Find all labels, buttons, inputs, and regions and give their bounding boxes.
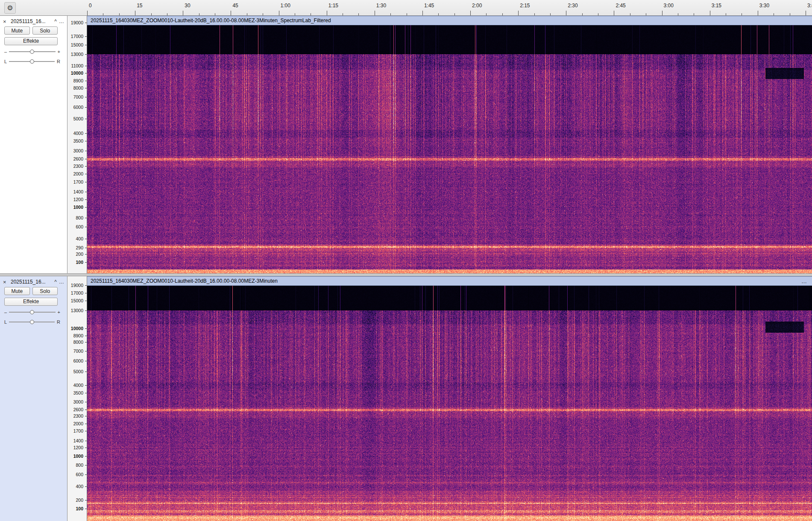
frequency-label: 800 [76,462,83,468]
pan-left-label: L [4,59,7,64]
frequency-label: 4000 [73,383,83,388]
frequency-tick [85,310,87,311]
timeline-minor-tick [454,13,455,15]
frequency-tick [85,474,87,475]
close-track-button[interactable]: × [3,279,9,285]
timeline-time-label: 1:30 [376,3,386,9]
clip-title-bar-track1[interactable]: 20251115_164030MEZ_ZOOM0010-Lautheit-20d… [87,16,812,25]
timeline-minor-tick [358,13,359,15]
timeline-ruler[interactable]: ⚙ 01530451:001:151:301:452:002:152:302:4… [0,0,812,16]
track-name[interactable]: 20251115_16... [11,18,52,24]
frequency-label: 8900 [73,78,83,83]
audacity-window: ⚙ 01530451:001:151:301:452:002:152:302:4… [0,0,812,521]
frequency-label: 1000 [73,454,83,459]
timeline-minor-tick [742,13,742,15]
timeline-time-label: 1:15 [328,3,338,9]
frequency-label: 7000 [73,348,83,354]
mute-button[interactable]: Mute [4,26,30,35]
audio-track-2: × 20251115_16... ^ … Mute Solo Effekte –… [0,276,812,521]
frequency-ruler-track1[interactable]: 1900017000150001300011000100008900800070… [67,16,87,273]
effects-button[interactable]: Effekte [4,37,58,45]
frequency-tick [85,431,87,431]
gain-slider-thumb[interactable] [30,50,34,54]
frequency-tick [85,192,87,192]
timeline-time-label: 2:30 [568,3,577,9]
timeline-major-tick [87,11,88,15]
gain-slider[interactable] [9,48,55,55]
frequency-label: 5000 [73,369,83,374]
timeline-minor-tick [343,13,343,15]
frequency-label: 2600 [73,156,83,161]
timeline-minor-tick [390,13,391,15]
clip-track1: 20251115_164030MEZ_ZOOM0010-Lautheit-20d… [87,16,812,273]
frequency-label: 11000 [71,63,83,68]
frequency-tick [85,248,87,248]
frequency-label: 1000 [73,205,83,210]
frequency-label: 4000 [73,131,83,136]
clip-menu-icon[interactable]: … [800,278,809,284]
gain-minus-label: – [4,310,7,315]
timeline-minor-tick [534,13,535,15]
collapse-track-icon[interactable]: ^ [54,18,57,24]
frequency-tick [85,159,87,159]
pan-slider[interactable] [9,319,55,325]
timeline-major-tick [231,11,231,15]
pan-left-label: L [4,319,7,325]
pan-slider-thumb[interactable] [30,59,34,64]
timeline-minor-tick [694,13,694,15]
pan-slider[interactable] [9,58,55,65]
timeline-major-tick [518,11,519,15]
timeline-major-tick [470,11,471,15]
frequency-label: 1700 [73,428,83,433]
frequency-tick [85,36,87,37]
pan-slider-thumb[interactable] [30,320,34,324]
frequency-label: 8000 [73,85,83,91]
timeline-options-button[interactable]: ⚙ [4,2,16,14]
frequency-label: 1200 [73,197,83,202]
clip-title-bar-track2[interactable]: 20251115_164030MEZ_ZOOM0010-Lautheit-20d… [87,276,812,286]
frequency-tick [85,254,87,255]
frequency-tick [85,293,87,293]
pan-right-label: R [57,319,60,325]
gear-icon: ⚙ [7,4,13,12]
frequency-label: 400 [76,484,83,489]
frequency-tick [85,107,87,108]
frequency-tick [85,441,87,441]
gain-slider[interactable] [9,309,55,316]
close-track-button[interactable]: × [3,18,9,25]
timeline-minor-tick [598,13,598,15]
frequency-label: 2300 [73,413,83,419]
effects-button[interactable]: Effekte [4,298,58,306]
gain-slider-thumb[interactable] [30,310,34,314]
frequency-label: 600 [76,472,83,477]
frequency-tick [85,207,87,208]
frequency-tick [85,336,87,336]
frequency-tick [85,372,87,372]
track-menu-icon[interactable]: … [59,18,64,24]
frequency-label: 1400 [73,189,83,194]
track-menu-icon[interactable]: … [59,279,64,285]
frequency-tick [85,151,87,151]
frequency-tick [85,385,87,386]
frequency-label: 17000 [71,34,83,39]
timeline-minor-tick [582,13,583,15]
frequency-label: 600 [76,224,83,229]
track-divider[interactable] [0,273,812,276]
spectrogram-track2[interactable] [87,286,812,521]
frequency-label: 10000 [71,326,83,331]
frequency-label: 200 [76,498,83,503]
timeline-minor-tick [774,13,774,15]
spectrogram-track1[interactable] [87,25,812,273]
timeline-minor-tick [438,13,439,15]
mute-button[interactable]: Mute [4,287,30,295]
track-name[interactable]: 20251115_16... [11,279,52,285]
frequency-label: 10000 [71,70,83,76]
timeline-minor-tick [119,13,120,15]
collapse-track-icon[interactable]: ^ [54,279,57,285]
solo-button[interactable]: Solo [32,287,58,295]
frequency-tick [85,81,87,81]
frequency-ruler-track2[interactable]: 1900017000150001300010000890080007000600… [67,276,87,521]
timeline-time-label: 15 [137,3,142,9]
frequency-tick [85,182,87,182]
solo-button[interactable]: Solo [32,26,58,35]
